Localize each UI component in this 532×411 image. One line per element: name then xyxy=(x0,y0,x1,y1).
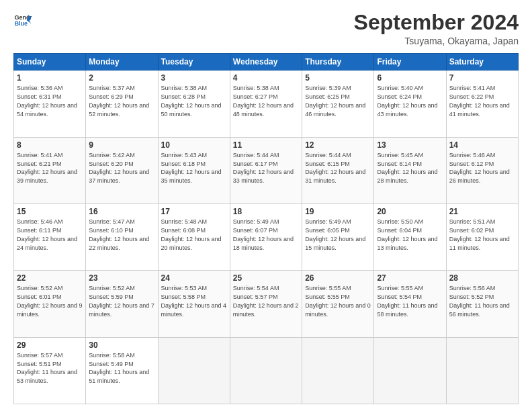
day-number: 5 xyxy=(305,73,371,83)
day-info: Sunrise: 5:50 AMSunset: 6:04 PMDaylight:… xyxy=(377,218,437,250)
day-number: 11 xyxy=(233,140,299,150)
day-cell xyxy=(446,337,518,404)
col-tuesday: Tuesday xyxy=(158,54,230,71)
day-number: 29 xyxy=(17,340,83,351)
day-cell: 17Sunrise: 5:48 AMSunset: 6:08 PMDayligh… xyxy=(158,203,230,270)
day-number: 3 xyxy=(161,73,227,83)
day-info: Sunrise: 5:46 AMSunset: 6:12 PMDaylight:… xyxy=(449,152,510,184)
day-cell: 13Sunrise: 5:45 AMSunset: 6:14 PMDayligh… xyxy=(374,137,446,203)
day-cell: 23Sunrise: 5:52 AMSunset: 5:59 PMDayligh… xyxy=(86,271,158,337)
day-info: Sunrise: 5:44 AMSunset: 6:17 PMDaylight:… xyxy=(233,152,294,184)
day-info: Sunrise: 5:58 AMSunset: 5:49 PMDaylight:… xyxy=(89,352,149,384)
day-info: Sunrise: 5:36 AMSunset: 6:31 PMDaylight:… xyxy=(17,85,77,117)
day-cell xyxy=(374,337,446,404)
day-info: Sunrise: 5:57 AMSunset: 5:51 PMDaylight:… xyxy=(17,352,77,384)
day-cell: 2Sunrise: 5:37 AMSunset: 6:29 PMDaylight… xyxy=(86,71,158,137)
title-block: September 2024 Tsuyama, Okayama, Japan xyxy=(354,11,519,46)
week-row-3: 22Sunrise: 5:52 AMSunset: 6:01 PMDayligh… xyxy=(14,271,519,337)
col-saturday: Saturday xyxy=(446,54,518,71)
day-info: Sunrise: 5:53 AMSunset: 5:58 PMDaylight:… xyxy=(161,285,227,317)
location: Tsuyama, Okayama, Japan xyxy=(354,36,519,46)
col-monday: Monday xyxy=(86,54,158,71)
col-sunday: Sunday xyxy=(14,54,86,71)
month-title: September 2024 xyxy=(354,11,519,34)
day-number: 9 xyxy=(89,140,154,150)
day-cell: 7Sunrise: 5:41 AMSunset: 6:22 PMDaylight… xyxy=(446,71,518,137)
day-cell: 1Sunrise: 5:36 AMSunset: 6:31 PMDaylight… xyxy=(14,71,86,137)
day-cell: 19Sunrise: 5:49 AMSunset: 6:05 PMDayligh… xyxy=(302,203,374,270)
logo-icon: General Blue xyxy=(13,11,32,30)
day-number: 13 xyxy=(377,140,443,150)
week-row-2: 15Sunrise: 5:46 AMSunset: 6:11 PMDayligh… xyxy=(14,203,519,270)
day-info: Sunrise: 5:47 AMSunset: 6:10 PMDaylight:… xyxy=(89,218,149,250)
day-number: 27 xyxy=(377,273,443,283)
day-info: Sunrise: 5:38 AMSunset: 6:28 PMDaylight:… xyxy=(161,85,222,117)
day-cell: 18Sunrise: 5:49 AMSunset: 6:07 PMDayligh… xyxy=(230,203,302,270)
day-cell: 22Sunrise: 5:52 AMSunset: 6:01 PMDayligh… xyxy=(14,271,86,337)
day-cell: 6Sunrise: 5:40 AMSunset: 6:24 PMDaylight… xyxy=(374,71,446,137)
day-cell: 25Sunrise: 5:54 AMSunset: 5:57 PMDayligh… xyxy=(230,271,302,337)
day-cell: 9Sunrise: 5:42 AMSunset: 6:20 PMDaylight… xyxy=(86,137,158,203)
day-info: Sunrise: 5:41 AMSunset: 6:22 PMDaylight:… xyxy=(449,85,510,117)
day-info: Sunrise: 5:42 AMSunset: 6:20 PMDaylight:… xyxy=(89,152,149,184)
day-number: 8 xyxy=(17,140,83,150)
day-cell: 30Sunrise: 5:58 AMSunset: 5:49 PMDayligh… xyxy=(86,337,158,404)
day-info: Sunrise: 5:52 AMSunset: 6:01 PMDaylight:… xyxy=(17,285,83,317)
col-friday: Friday xyxy=(374,54,446,71)
week-row-1: 8Sunrise: 5:41 AMSunset: 6:21 PMDaylight… xyxy=(14,137,519,203)
day-info: Sunrise: 5:48 AMSunset: 6:08 PMDaylight:… xyxy=(161,218,222,250)
day-number: 19 xyxy=(305,206,371,217)
day-cell xyxy=(158,337,230,404)
day-cell: 4Sunrise: 5:38 AMSunset: 6:27 PMDaylight… xyxy=(230,71,302,137)
day-info: Sunrise: 5:39 AMSunset: 6:25 PMDaylight:… xyxy=(305,85,365,117)
day-number: 21 xyxy=(449,206,515,217)
day-cell xyxy=(230,337,302,404)
day-cell: 20Sunrise: 5:50 AMSunset: 6:04 PMDayligh… xyxy=(374,203,446,270)
day-cell: 26Sunrise: 5:55 AMSunset: 5:55 PMDayligh… xyxy=(302,271,374,337)
day-info: Sunrise: 5:38 AMSunset: 6:27 PMDaylight:… xyxy=(233,85,294,117)
day-info: Sunrise: 5:49 AMSunset: 6:05 PMDaylight:… xyxy=(305,218,365,250)
day-cell: 8Sunrise: 5:41 AMSunset: 6:21 PMDaylight… xyxy=(14,137,86,203)
day-info: Sunrise: 5:52 AMSunset: 5:59 PMDaylight:… xyxy=(89,285,154,317)
week-row-0: 1Sunrise: 5:36 AMSunset: 6:31 PMDaylight… xyxy=(14,71,519,137)
day-cell: 11Sunrise: 5:44 AMSunset: 6:17 PMDayligh… xyxy=(230,137,302,203)
day-info: Sunrise: 5:54 AMSunset: 5:57 PMDaylight:… xyxy=(233,285,299,317)
day-info: Sunrise: 5:40 AMSunset: 6:24 PMDaylight:… xyxy=(377,85,437,117)
day-number: 6 xyxy=(377,73,443,83)
day-cell: 27Sunrise: 5:55 AMSunset: 5:54 PMDayligh… xyxy=(374,271,446,337)
day-cell: 3Sunrise: 5:38 AMSunset: 6:28 PMDaylight… xyxy=(158,71,230,137)
day-cell: 24Sunrise: 5:53 AMSunset: 5:58 PMDayligh… xyxy=(158,271,230,337)
header-row: Sunday Monday Tuesday Wednesday Thursday… xyxy=(14,54,519,71)
day-number: 15 xyxy=(17,206,83,217)
day-cell: 12Sunrise: 5:44 AMSunset: 6:15 PMDayligh… xyxy=(302,137,374,203)
day-number: 17 xyxy=(161,206,227,217)
header: General Blue September 2024 Tsuyama, Oka… xyxy=(13,11,519,46)
logo: General Blue xyxy=(13,11,32,30)
day-info: Sunrise: 5:37 AMSunset: 6:29 PMDaylight:… xyxy=(89,85,149,117)
day-info: Sunrise: 5:55 AMSunset: 5:54 PMDaylight:… xyxy=(377,285,437,317)
day-number: 1 xyxy=(17,73,83,83)
day-info: Sunrise: 5:46 AMSunset: 6:11 PMDaylight:… xyxy=(17,218,77,250)
day-cell xyxy=(302,337,374,404)
day-info: Sunrise: 5:44 AMSunset: 6:15 PMDaylight:… xyxy=(305,152,365,184)
day-info: Sunrise: 5:51 AMSunset: 6:02 PMDaylight:… xyxy=(449,218,510,250)
day-number: 10 xyxy=(161,140,227,150)
page: General Blue September 2024 Tsuyama, Oka… xyxy=(0,0,532,411)
day-cell: 29Sunrise: 5:57 AMSunset: 5:51 PMDayligh… xyxy=(14,337,86,404)
day-number: 18 xyxy=(233,206,299,217)
day-number: 16 xyxy=(89,206,154,217)
day-info: Sunrise: 5:43 AMSunset: 6:18 PMDaylight:… xyxy=(161,152,222,184)
day-cell: 15Sunrise: 5:46 AMSunset: 6:11 PMDayligh… xyxy=(14,203,86,270)
day-cell: 28Sunrise: 5:56 AMSunset: 5:52 PMDayligh… xyxy=(446,271,518,337)
day-info: Sunrise: 5:49 AMSunset: 6:07 PMDaylight:… xyxy=(233,218,294,250)
day-cell: 14Sunrise: 5:46 AMSunset: 6:12 PMDayligh… xyxy=(446,137,518,203)
day-number: 24 xyxy=(161,273,227,283)
svg-text:Blue: Blue xyxy=(14,20,28,27)
day-number: 14 xyxy=(449,140,515,150)
day-number: 28 xyxy=(449,273,515,283)
day-info: Sunrise: 5:41 AMSunset: 6:21 PMDaylight:… xyxy=(17,152,77,184)
day-cell: 21Sunrise: 5:51 AMSunset: 6:02 PMDayligh… xyxy=(446,203,518,270)
week-row-4: 29Sunrise: 5:57 AMSunset: 5:51 PMDayligh… xyxy=(14,337,519,404)
day-number: 26 xyxy=(305,273,371,283)
day-number: 20 xyxy=(377,206,443,217)
